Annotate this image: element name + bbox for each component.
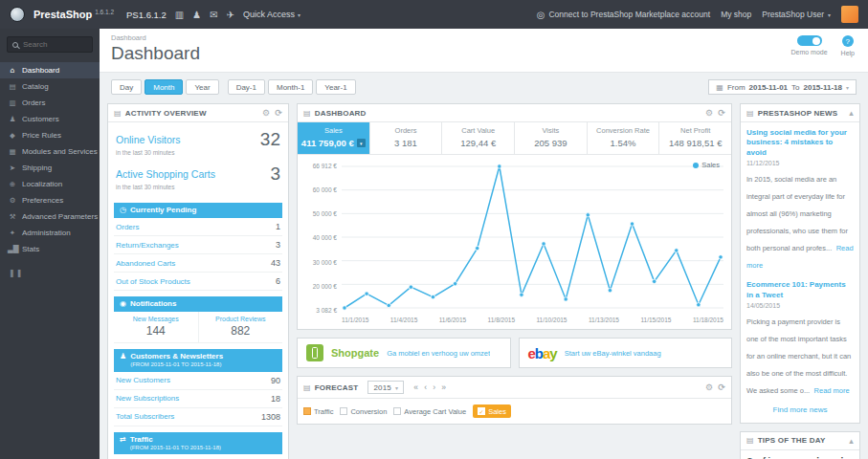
- pager-last-button[interactable]: »: [440, 382, 447, 392]
- pager-next-button[interactable]: ›: [432, 382, 436, 392]
- range-button-month[interactable]: Month: [145, 79, 183, 95]
- my-shop-link[interactable]: My shop: [721, 10, 751, 19]
- kpi-conversion-rate[interactable]: Conversion Rate 1.54%: [588, 122, 660, 154]
- sales-chart[interactable]: [342, 163, 723, 314]
- pager-prev-button[interactable]: ‹: [423, 382, 428, 392]
- chart-legend[interactable]: Sales: [693, 161, 720, 169]
- sidebar-search[interactable]: [7, 36, 93, 53]
- to-label: To: [791, 83, 799, 92]
- dashboard-panel-title: DASHBOARD: [315, 109, 367, 118]
- total-subscribers-link[interactable]: Total Subscribers: [116, 412, 174, 421]
- forecast-legend: Traffic Conversion Average Cart Value ✓ …: [298, 399, 731, 424]
- kpi-net-profit[interactable]: Net Profit 148 918,51 €: [659, 122, 731, 154]
- shopgate-link[interactable]: Ga mobiel en verhoog uw omzet: [387, 349, 490, 358]
- legend-label: Sales: [701, 161, 720, 169]
- sidebar-collapse-button[interactable]: ❚❚: [9, 269, 91, 277]
- cart-icon[interactable]: ▥: [175, 10, 184, 20]
- abandoned-carts-link[interactable]: Abandoned Carts: [116, 259, 175, 268]
- year-select[interactable]: 2015 ▾: [367, 381, 404, 394]
- forecast-legend-traffic[interactable]: Traffic: [303, 407, 333, 416]
- news-article-date: 11/12/2015: [746, 160, 854, 166]
- refresh-icon[interactable]: ⟳: [718, 382, 725, 392]
- online-visitors-link[interactable]: Online Visitors: [116, 134, 181, 145]
- kpi-conversion-rate-value: 1.54%: [590, 138, 657, 148]
- gear-icon[interactable]: ⚙: [262, 108, 270, 118]
- sidebar-item-dashboard[interactable]: ⌂ Dashboard: [0, 62, 100, 78]
- sidebar-item-orders[interactable]: ▥ Orders: [0, 95, 100, 111]
- sidebar-item-advanced-parameters[interactable]: ⚒ Advanced Parameters: [0, 208, 100, 225]
- chevron-up-icon[interactable]: ▴: [849, 436, 854, 446]
- find-more-news-link[interactable]: Find more news: [746, 405, 854, 414]
- prestashop-logo[interactable]: [10, 7, 25, 22]
- kpi-visits[interactable]: Visits 205 939: [515, 122, 588, 154]
- shop-name[interactable]: PS1.6.1.2: [126, 10, 167, 20]
- google-analytics-link[interactable]: ➤ Link to your Google Analytics account: [114, 454, 282, 459]
- range-button-month-minus-1[interactable]: Month-1: [268, 79, 313, 95]
- new-subscriptions-link[interactable]: New Subscriptions: [116, 394, 179, 403]
- forecast-legend-sales[interactable]: ✓ Sales: [473, 404, 511, 418]
- version-label: 1.6.1.2: [95, 9, 114, 15]
- news-article-excerpt: In 2015, social media are an integral pa…: [746, 175, 848, 252]
- checkbox-icon: [303, 407, 311, 415]
- range-button-year-minus-1[interactable]: Year-1: [316, 79, 355, 95]
- date-range-picker[interactable]: ▦ From 2015-11-01 To 2015-11-18 ▾: [708, 79, 857, 95]
- sidebar-item-modules[interactable]: ▦ Modules and Services: [0, 143, 100, 160]
- news-article-title-link[interactable]: Using social media for your business: 4 …: [746, 128, 854, 158]
- range-button-day-minus-1[interactable]: Day-1: [228, 79, 265, 95]
- kpi-sales[interactable]: Sales 411 759,00 € ▾: [298, 122, 370, 154]
- demo-mode-toggle[interactable]: [797, 35, 822, 46]
- messages-icon[interactable]: ✉: [210, 10, 217, 20]
- search-input[interactable]: [23, 40, 87, 49]
- price-tag-icon: ◆: [8, 131, 17, 140]
- sidebar-item-price-rules[interactable]: ◆ Price Rules: [0, 127, 100, 143]
- new-customers-link[interactable]: New Customers: [116, 376, 170, 384]
- chevron-up-icon[interactable]: ▴: [849, 108, 854, 118]
- kpi-orders[interactable]: Orders 3 181: [370, 122, 443, 154]
- new-messages-cell[interactable]: New Messages 144: [114, 312, 198, 342]
- news-article-title-link[interactable]: Ecommerce 101: Payments in a Tweet: [746, 280, 854, 300]
- catalog-icon: ▤: [8, 82, 17, 91]
- kpi-cart-value-value: 129,44 €: [445, 138, 511, 148]
- forecast-panel: ▤ FORECAST 2015 ▾ « ‹ › » ⚙ ⟳: [297, 376, 732, 425]
- caret-down-icon: ▾: [395, 384, 398, 391]
- rocket-icon[interactable]: ✈: [227, 10, 234, 20]
- gear-icon[interactable]: ⚙: [705, 108, 713, 118]
- administration-icon: ✦: [8, 229, 17, 237]
- bell-icon: ◉: [120, 299, 126, 309]
- kpi-expand-icon[interactable]: ▾: [357, 139, 366, 147]
- date-range-toolbar: Day Month Year Day-1 Month-1 Year-1 ▦ Fr…: [100, 73, 868, 99]
- online-visitors-sub: in the last 30 minutes: [116, 149, 181, 156]
- customers-icon[interactable]: ♟: [192, 10, 201, 20]
- sidebar-item-localization[interactable]: ⊕ Localization: [0, 176, 100, 192]
- sidebar-item-catalog[interactable]: ▤ Catalog: [0, 78, 100, 95]
- out-of-stock-link[interactable]: Out of Stock Products: [116, 277, 190, 286]
- from-date: 2015-11-01: [749, 83, 788, 92]
- sidebar-item-customers[interactable]: ♟ Customers: [0, 111, 100, 127]
- gear-icon[interactable]: ⚙: [705, 382, 713, 392]
- quick-access-menu[interactable]: Quick Access ▾: [243, 10, 300, 19]
- orders-link[interactable]: Orders: [116, 223, 139, 231]
- news-article-excerpt: Picking a payment provider is one of the…: [746, 317, 851, 395]
- refresh-icon[interactable]: ⟳: [718, 108, 725, 118]
- returns-link[interactable]: Return/Exchanges: [116, 241, 179, 250]
- help-icon[interactable]: ?: [842, 35, 854, 47]
- read-more-link[interactable]: Read more: [814, 386, 850, 395]
- product-reviews-cell[interactable]: Product Reviews 882: [198, 312, 283, 342]
- sidebar-item-stats[interactable]: ▃█ Stats: [0, 241, 100, 257]
- kpi-cart-value[interactable]: Cart Value 129,44 €: [442, 122, 515, 154]
- sidebar-item-preferences[interactable]: ⚙ Preferences: [0, 192, 100, 208]
- sidebar-item-shipping[interactable]: ➤ Shipping: [0, 160, 100, 176]
- active-carts-link[interactable]: Active Shopping Carts: [116, 168, 215, 180]
- user-menu[interactable]: PrestaShop User ▾: [762, 10, 831, 19]
- brand-name: PrestaShop1.6.1.2: [33, 9, 114, 20]
- range-button-year[interactable]: Year: [186, 79, 218, 95]
- ebay-link[interactable]: Start uw eBay-winkel vandaag: [565, 349, 661, 358]
- refresh-icon[interactable]: ⟳: [275, 108, 282, 118]
- user-avatar[interactable]: [841, 6, 858, 23]
- forecast-legend-average-cart-value[interactable]: Average Cart Value: [393, 407, 466, 416]
- range-button-day[interactable]: Day: [111, 79, 142, 95]
- sidebar-item-administration[interactable]: ✦ Administration: [0, 225, 100, 241]
- marketplace-link[interactable]: ◎ Connect to PrestaShop Marketplace acco…: [537, 10, 710, 20]
- forecast-legend-conversion[interactable]: Conversion: [340, 407, 387, 416]
- pager-first-button[interactable]: «: [412, 382, 419, 392]
